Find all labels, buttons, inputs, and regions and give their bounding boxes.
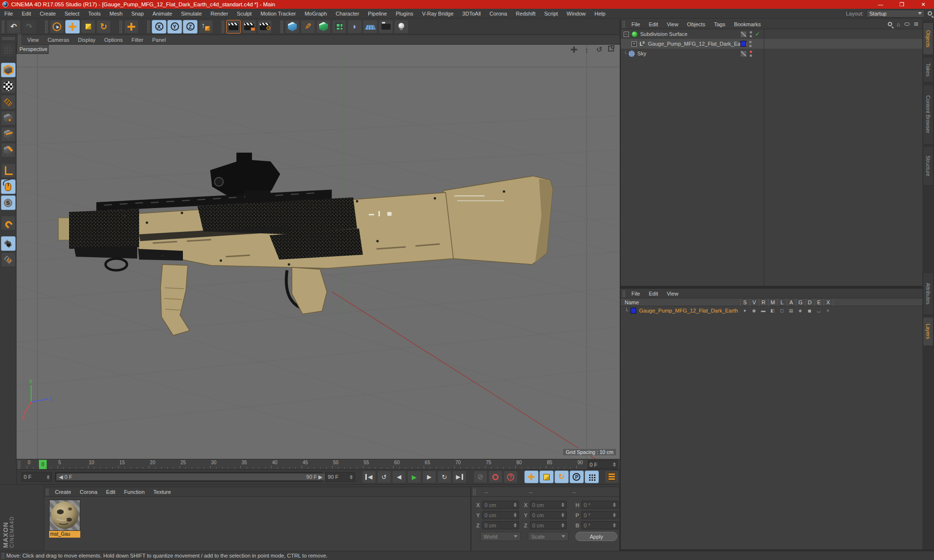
mat-menu-create[interactable]: Create (51, 489, 75, 495)
viewport-rotate-icon[interactable]: ↺ (595, 46, 603, 53)
filter-icon[interactable] (904, 22, 910, 26)
stepper-icon[interactable] (45, 475, 50, 479)
record-rotation-button[interactable]: ↻ (555, 471, 569, 483)
stepper-icon[interactable] (559, 523, 564, 527)
deformer-button[interactable]: ◗ (347, 20, 362, 34)
drag-handle[interactable] (2, 37, 15, 40)
stepper-icon[interactable] (512, 503, 517, 507)
menu-character[interactable]: Character (331, 11, 363, 17)
mat-menu-edit[interactable]: Edit (102, 489, 120, 495)
viewport-pan-icon[interactable] (570, 46, 578, 53)
object-row[interactable]: +L0Gauge_Pump_MFG_12_Flat_Dark_Earth (621, 39, 922, 49)
toggle-L-icon[interactable]: ◻ (777, 306, 786, 315)
keying-panel-button[interactable] (605, 471, 619, 483)
workplane-lock-button[interactable] (1, 236, 16, 251)
search-icon[interactable] (928, 11, 932, 16)
vp-menu-display[interactable]: Display (73, 37, 100, 43)
column-header-L[interactable]: L (777, 298, 786, 306)
frame-field[interactable]: 0 F (588, 460, 618, 469)
vp-menu-filter[interactable]: Filter (127, 37, 147, 43)
menu-help[interactable]: Help (590, 11, 610, 17)
lm-menu-edit[interactable]: Edit (645, 291, 663, 297)
tab-content-browser[interactable]: Content Browser (923, 85, 934, 144)
om-menu-bookmarks[interactable]: Bookmarks (730, 21, 765, 27)
record-position-button[interactable] (524, 471, 539, 483)
polygons-mode-button[interactable] (1, 143, 16, 158)
material-thumbnail[interactable] (49, 500, 80, 531)
menu-animate[interactable]: Animate (148, 11, 177, 17)
stepper-icon[interactable] (611, 513, 616, 517)
stepper-icon[interactable] (512, 523, 517, 527)
drag-handle[interactable] (18, 460, 21, 469)
menu-simulate[interactable]: Simulate (177, 11, 206, 17)
menu-pipeline[interactable]: Pipeline (363, 11, 391, 17)
generator-button[interactable] (316, 20, 331, 34)
menu-mograph[interactable]: MoGraph (300, 11, 331, 17)
column-header-V[interactable]: V (750, 298, 758, 306)
menu-motion-tracker[interactable]: Motion Tracker (256, 11, 300, 17)
collapse-icon[interactable]: − (624, 32, 629, 37)
next-frame-button[interactable]: ▶ (422, 471, 436, 483)
preview-range-bar[interactable]: ◀ 0 F 90 F ▶ (56, 473, 325, 480)
record-keyframe-button[interactable] (488, 471, 503, 483)
column-header-R[interactable]: R (759, 298, 768, 306)
coord-value-field[interactable]: 0 ° (581, 521, 618, 529)
toggle-E-icon[interactable]: ◡ (814, 306, 823, 315)
drag-handle[interactable] (473, 489, 476, 495)
toggle-V-icon[interactable]: ◉ (750, 306, 758, 315)
toggle-G-icon[interactable]: ◈ (796, 306, 805, 315)
tab-layers[interactable]: Layers (923, 317, 934, 346)
range-start-field[interactable]: 0 F (21, 472, 52, 482)
object-row[interactable]: └Sky (621, 49, 922, 58)
model-gun[interactable] (58, 153, 553, 335)
prev-frame-button[interactable]: ◀ (392, 471, 406, 483)
om-menu-objects[interactable]: Objects (683, 21, 709, 27)
vp-menu-panel[interactable]: Panel (148, 37, 170, 43)
menu-corona[interactable]: Corona (485, 11, 511, 17)
lock-y-button[interactable]: Y (167, 20, 182, 34)
viewport-3d-area[interactable]: Perspective ↕↺ (17, 45, 620, 459)
stepper-icon[interactable] (512, 513, 517, 517)
coord-value-field[interactable]: 0 cm (482, 521, 519, 529)
coord-value-field[interactable]: 0 cm (530, 511, 567, 519)
workplane-mode-button[interactable] (1, 95, 16, 109)
drag-handle[interactable] (1, 20, 5, 33)
menu-window[interactable]: Window (562, 11, 590, 17)
column-header-E[interactable]: E (814, 298, 823, 306)
lock-z-button[interactable]: Z (183, 20, 198, 34)
live-selection-button[interactable]: ▲ (50, 20, 64, 34)
layer-color-icon[interactable] (740, 31, 747, 37)
menu-mesh[interactable]: Mesh (105, 11, 127, 17)
drag-handle[interactable] (1, 553, 5, 559)
goto-end-button[interactable]: ▶ (452, 471, 467, 483)
edges-mode-button[interactable] (1, 127, 16, 141)
vp-menu-cameras[interactable]: Cameras (43, 37, 74, 43)
om-menu-view[interactable]: View (663, 21, 683, 27)
layer-color-icon[interactable] (740, 41, 746, 47)
menu-plugins[interactable]: Plugins (391, 11, 417, 17)
coord-value-field[interactable]: 0 cm (530, 501, 567, 509)
spline-pen-button[interactable]: ✎ (301, 20, 315, 34)
toggle-R-icon[interactable]: ▬ (759, 306, 768, 315)
coord-value-field[interactable]: 0 ° (581, 511, 618, 519)
drag-handle[interactable] (622, 290, 626, 297)
stepper-icon[interactable] (611, 462, 616, 467)
menu-redshift[interactable]: Redshift (511, 11, 539, 17)
coord-system-select[interactable]: World (480, 532, 521, 541)
lm-menu-file[interactable]: File (627, 291, 645, 297)
lock-x-button[interactable]: X (152, 20, 166, 34)
toggle-A-icon[interactable]: ▤ (787, 306, 795, 315)
coord-mode-select[interactable]: Scale (528, 532, 569, 541)
render-picture-viewer-button[interactable] (242, 20, 256, 34)
menu-snap[interactable]: Snap (127, 11, 148, 17)
stepper-icon[interactable] (611, 503, 616, 507)
stepper-icon[interactable] (348, 475, 353, 479)
drag-handle[interactable] (622, 21, 626, 28)
menu-v-ray-bridge[interactable]: V-Ray Bridge (418, 11, 458, 17)
workplane-rotate-button[interactable]: ↻ (1, 252, 16, 267)
environment-button[interactable] (363, 20, 377, 34)
search-icon[interactable] (888, 22, 892, 26)
column-header-G[interactable]: G (796, 298, 805, 306)
toggle-M-icon[interactable]: ◧ (768, 306, 777, 315)
range-end-field[interactable]: 90 F (325, 472, 355, 482)
